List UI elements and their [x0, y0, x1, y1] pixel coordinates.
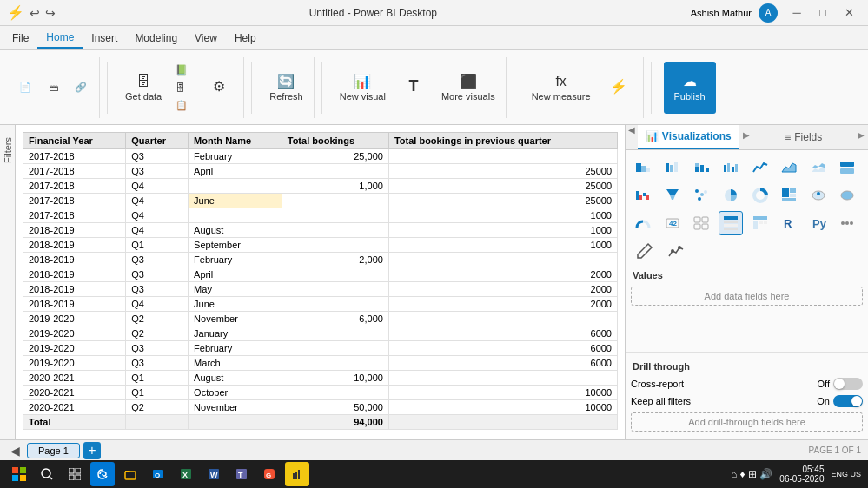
page-1-tab[interactable]: Page 1 [27, 443, 80, 458]
undo-btn[interactable]: ↩ [30, 6, 40, 20]
enter-data-btn[interactable]: 📋 [170, 97, 196, 114]
viz-stacked-col[interactable] [689, 155, 713, 180]
new-visual-btn[interactable]: 📊 New visual [335, 62, 391, 114]
drill-section: Drill through Cross-report Off Keep all … [626, 352, 868, 439]
menu-modeling[interactable]: Modeling [126, 29, 186, 48]
viz-table[interactable] [719, 211, 743, 235]
values-section-header: Values [631, 267, 863, 284]
viz-donut[interactable] [748, 183, 772, 208]
taskbar-explorer[interactable] [118, 462, 142, 486]
viz-map[interactable] [806, 183, 831, 208]
refresh-btn[interactable]: 🔄 Refresh [264, 62, 308, 114]
maximize-btn[interactable]: □ [811, 1, 835, 25]
report-view-btn[interactable]: 📄 [12, 76, 38, 100]
textbox-btn[interactable]: T [394, 62, 433, 114]
get-data-btn[interactable]: 🗄 Get data [120, 62, 167, 114]
cross-report-switch-track[interactable] [833, 378, 863, 390]
viz-pie[interactable] [719, 183, 743, 208]
viz-analytics[interactable] [662, 239, 690, 263]
redo-btn[interactable]: ↪ [45, 6, 56, 20]
canvas-area[interactable]: Financial Year Quarter Month Name Total … [16, 125, 625, 439]
svg-rect-71 [125, 472, 136, 479]
transform-btn[interactable]: ⚙ [200, 62, 238, 114]
viz-ribbon[interactable] [835, 155, 859, 180]
quick-measure-btn[interactable]: ⚡ [600, 62, 638, 114]
viz-clustered-col[interactable] [719, 155, 743, 180]
col-bookings[interactable]: Total bookings [282, 133, 388, 149]
viz-clustered-bar[interactable] [660, 155, 685, 180]
model-view-btn[interactable]: 🔗 [68, 76, 94, 100]
svg-rect-42 [694, 224, 700, 229]
viz-filled-map[interactable] [835, 183, 859, 208]
svg-rect-70 [76, 475, 81, 480]
viz-stacked-area[interactable] [806, 155, 831, 180]
menu-view[interactable]: View [186, 29, 226, 48]
taskbar-search[interactable] [35, 462, 59, 486]
col-q[interactable]: Quarter [126, 133, 189, 149]
table-row: 2020-2021Q1October10000 [23, 386, 618, 400]
viz-more[interactable] [835, 211, 859, 235]
col-prev[interactable]: Total bookings in previous quarter [388, 133, 617, 149]
viz-python[interactable]: Py [806, 211, 831, 235]
excel-btn[interactable]: 📗 [170, 62, 196, 78]
add-page-btn[interactable]: + [83, 442, 101, 459]
panel-left-arrow[interactable]: ◀ [626, 125, 638, 149]
svg-text:Py: Py [812, 217, 826, 230]
taskbar-powerbi[interactable] [285, 462, 309, 486]
svg-rect-46 [724, 224, 738, 227]
viz-format[interactable] [631, 239, 659, 263]
filters-label[interactable]: Filters [0, 134, 17, 167]
viz-scatter[interactable] [689, 183, 713, 208]
viz-card[interactable]: 42 [660, 211, 685, 235]
taskbar-git[interactable]: G [257, 462, 282, 486]
taskbar-edge[interactable] [90, 462, 115, 486]
publish-icon: ☁ [683, 73, 697, 89]
add-drill-fields-box[interactable]: Add drill-through fields here [631, 412, 863, 432]
start-btn[interactable] [7, 462, 31, 486]
viz-expand-arrow[interactable]: ▶ [739, 125, 753, 149]
minimize-btn[interactable]: ─ [785, 1, 809, 25]
new-measure-btn[interactable]: fx New measure [527, 62, 596, 114]
col-month[interactable]: Month Name [189, 133, 282, 149]
viz-bar[interactable] [631, 155, 655, 180]
viz-line[interactable] [748, 155, 772, 180]
col-fy[interactable]: Financial Year [23, 133, 126, 149]
viz-treemap[interactable] [777, 183, 801, 208]
tab-fields[interactable]: ≡ Fields [753, 125, 855, 149]
svg-rect-32 [790, 188, 796, 193]
viz-multi-card[interactable] [689, 211, 713, 235]
publish-btn[interactable]: ☁ Publish [664, 62, 716, 114]
menu-home[interactable]: Home [37, 28, 83, 49]
more-visuals-btn[interactable]: ⬛ More visuals [436, 62, 500, 114]
svg-rect-7 [695, 163, 699, 167]
page-prev-btn[interactable]: ◀ [7, 444, 23, 458]
keep-filters-toggle[interactable]: On [817, 395, 863, 407]
viz-funnel[interactable] [660, 183, 685, 208]
ribbon-data-group: 🗄 Get data 📗 🗄 📋 ⚙ [115, 57, 244, 118]
menu-file[interactable]: File [3, 29, 37, 48]
cross-report-toggle[interactable]: Off [818, 378, 863, 390]
tab-fields-icon: ≡ [785, 131, 791, 143]
keep-filters-switch-track[interactable] [833, 395, 863, 407]
right-panel: ◀ 📊 Visualizations ▶ ≡ Fields ▶ [625, 125, 868, 439]
ribbon-visuals-group: 📊 New visual T ⬛ More visuals [329, 57, 507, 118]
taskbar-outlook[interactable]: O [146, 462, 170, 486]
viz-area[interactable] [777, 155, 801, 180]
fields-expand-arrow[interactable]: ▶ [854, 125, 868, 149]
taskbar-task-view[interactable] [63, 462, 87, 486]
menu-help[interactable]: Help [226, 29, 265, 48]
taskbar-teams[interactable]: T [229, 462, 254, 486]
viz-waterfall[interactable] [631, 183, 655, 208]
menu-insert[interactable]: Insert [83, 29, 126, 48]
taskbar-word[interactable]: W [202, 462, 226, 486]
viz-r[interactable]: R [777, 211, 801, 235]
svg-text:R: R [784, 217, 792, 230]
add-data-fields-box[interactable]: Add data fields here [631, 287, 863, 306]
close-btn[interactable]: ✕ [837, 1, 861, 25]
tab-visualizations[interactable]: 📊 Visualizations [638, 125, 739, 149]
taskbar-excel[interactable]: X [174, 462, 198, 486]
data-view-btn[interactable]: 🗃 [40, 76, 66, 100]
viz-gauge[interactable] [631, 211, 655, 235]
viz-matrix[interactable] [748, 211, 772, 235]
sql-btn[interactable]: 🗄 [170, 80, 196, 96]
